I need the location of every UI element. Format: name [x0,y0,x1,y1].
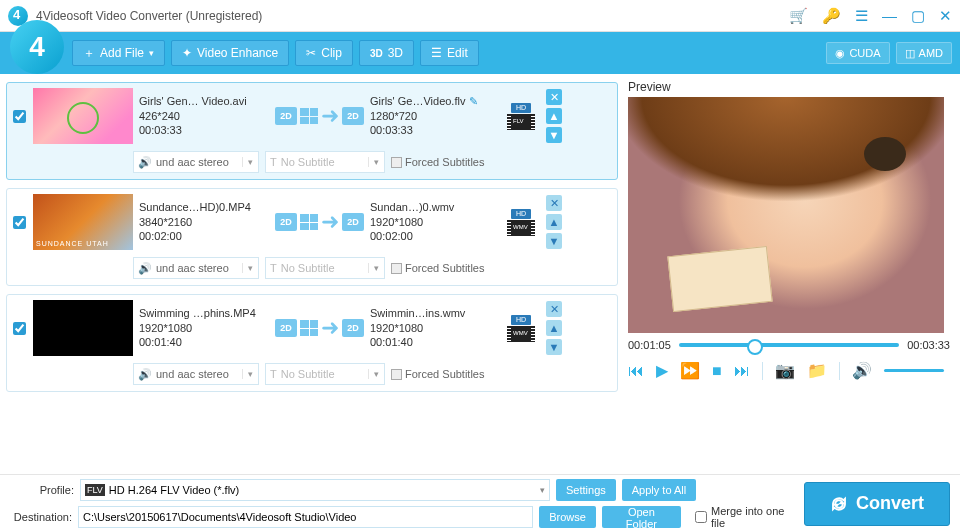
thumbnail[interactable] [33,194,133,250]
key-icon[interactable]: 🔑 [822,7,841,25]
close-icon[interactable]: ✕ [939,7,952,25]
snapshot-icon[interactable]: 📷 [775,361,795,380]
skip-forward-icon[interactable]: ⏭ [734,362,750,380]
three-d-button[interactable]: 3D3D [359,40,414,66]
minimize-icon[interactable]: — [882,7,897,24]
dest-info: Girls' Ge…Video.flv✎ 1280*720 00:03:33 [370,94,500,139]
window-title: 4Videosoft Video Converter (Unregistered… [36,9,789,23]
sliders-icon: ☰ [431,46,442,60]
conversion-arrow: 2D ➜ 2D [275,103,364,129]
cart-icon[interactable]: 🛒 [789,7,808,25]
open-folder-icon[interactable]: 📁 [807,361,827,380]
file-row[interactable]: Sundance…HD)0.MP4 3840*2160 00:02:00 2D➜… [6,188,618,286]
edit-button[interactable]: ☰Edit [420,40,479,66]
profile-select[interactable]: FLVHD H.264 FLV Video (*.flv) ▾ [80,479,550,501]
dest-info: Sundan…)0.wmv 1920*1080 00:02:00 [370,200,500,245]
destination-input[interactable] [78,506,533,528]
preview-label: Preview [628,80,950,94]
volume-slider[interactable] [884,369,944,372]
row-checkbox[interactable] [11,110,27,123]
main-area: Girls' Gen… Video.avi 426*240 00:03:33 2… [0,74,960,474]
thumbnail[interactable] [33,300,133,356]
amd-icon: ◫ [905,47,915,60]
format-chip[interactable]: HDWMV [506,315,536,342]
preview-panel: Preview 00:01:05 00:03:33 ⏮ ▶ ⏩ ■ ⏭ 📷 📁 … [624,74,960,474]
stop-icon[interactable]: ■ [712,362,722,380]
maximize-icon[interactable]: ▢ [911,7,925,25]
audio-track-select[interactable]: 🔊und aac stereo▾ [133,151,259,173]
edit-pencil-icon[interactable]: ✎ [469,95,478,107]
grid-icon [300,108,318,124]
audio-track-select[interactable]: 🔊und aac stereo▾ [133,363,259,385]
apply-to-all-button[interactable]: Apply to All [622,479,696,501]
source-info: Sundance…HD)0.MP4 3840*2160 00:02:00 [139,200,269,245]
file-row[interactable]: Swimming …phins.MP4 1920*1080 00:01:40 2… [6,294,618,392]
scissors-icon: ✂ [306,46,316,60]
titlebar: 4Videosoft Video Converter (Unregistered… [0,0,960,32]
bottom-bar: Profile: FLVHD H.264 FLV Video (*.flv) ▾… [0,474,960,532]
two-d-badge: 2D [275,107,297,125]
preview-video[interactable] [628,97,944,333]
volume-icon[interactable]: 🔊 [852,361,872,380]
speaker-icon: 🔊 [138,156,152,169]
move-down-icon[interactable]: ▼ [546,233,562,249]
destination-label: Destination: [10,511,72,523]
plus-icon: ＋ [83,45,95,62]
nvidia-icon: ◉ [835,47,845,60]
toolbar: ＋Add File▾ ✦Video Enhance ✂Clip 3D3D ☰Ed… [0,32,960,74]
time-total: 00:03:33 [907,339,950,351]
wand-icon: ✦ [182,46,192,60]
settings-button[interactable]: Settings [556,479,616,501]
time-current: 00:01:05 [628,339,671,351]
cuda-button[interactable]: ◉CUDA [826,42,889,64]
forced-subtitles-toggle[interactable]: Forced Subtitles [391,156,484,168]
subtitle-select[interactable]: TNo Subtitle▾ [265,363,385,385]
source-info: Swimming …phins.MP4 1920*1080 00:01:40 [139,306,269,351]
merge-checkbox[interactable]: Merge into one file [695,505,798,529]
move-down-icon[interactable]: ▼ [546,127,562,143]
file-list: Girls' Gen… Video.avi 426*240 00:03:33 2… [0,74,624,474]
convert-button[interactable]: Convert [804,482,950,526]
remove-row-icon[interactable]: ✕ [546,89,562,105]
remove-row-icon[interactable]: ✕ [546,301,562,317]
seek-slider[interactable] [679,343,899,347]
move-up-icon[interactable]: ▲ [546,320,562,336]
amd-button[interactable]: ◫AMD [896,42,952,64]
row-actions: ✕ ▲ ▼ [546,89,562,143]
cycle-icon [830,495,848,513]
three-d-icon: 3D [370,48,383,59]
app-logo [10,20,64,74]
video-enhance-button[interactable]: ✦Video Enhance [171,40,289,66]
subtitle-select[interactable]: TNo Subtitle▾ [265,151,385,173]
audio-track-select[interactable]: 🔊und aac stereo▾ [133,257,259,279]
menu-icon[interactable]: ☰ [855,7,868,25]
two-d-badge: 2D [342,107,364,125]
dest-info: Swimmin…ins.wmv 1920*1080 00:01:40 [370,306,500,351]
browse-button[interactable]: Browse [539,506,596,528]
row-checkbox[interactable] [11,322,27,335]
row-checkbox[interactable] [11,216,27,229]
format-chip[interactable]: HDFLV [506,103,536,130]
skip-back-icon[interactable]: ⏮ [628,362,644,380]
add-file-button[interactable]: ＋Add File▾ [72,40,165,66]
remove-row-icon[interactable]: ✕ [546,195,562,211]
subtitle-select[interactable]: TNo Subtitle▾ [265,257,385,279]
fast-forward-icon[interactable]: ⏩ [680,361,700,380]
flv-icon: FLV [85,484,105,496]
arrow-right-icon: ➜ [321,103,339,129]
source-info: Girls' Gen… Video.avi 426*240 00:03:33 [139,94,269,139]
preview-controls: ⏮ ▶ ⏩ ■ ⏭ 📷 📁 🔊 [628,361,950,380]
clip-button[interactable]: ✂Clip [295,40,353,66]
forced-subtitles-toggle[interactable]: Forced Subtitles [391,262,484,274]
open-folder-button[interactable]: Open Folder [602,506,681,528]
move-up-icon[interactable]: ▲ [546,214,562,230]
file-row[interactable]: Girls' Gen… Video.avi 426*240 00:03:33 2… [6,82,618,180]
move-down-icon[interactable]: ▼ [546,339,562,355]
forced-subtitles-toggle[interactable]: Forced Subtitles [391,368,484,380]
thumbnail[interactable] [33,88,133,144]
move-up-icon[interactable]: ▲ [546,108,562,124]
format-chip[interactable]: HDWMV [506,209,536,236]
profile-label: Profile: [10,484,74,496]
play-icon[interactable]: ▶ [656,361,668,380]
conversion-arrow: 2D➜2D [275,315,364,341]
